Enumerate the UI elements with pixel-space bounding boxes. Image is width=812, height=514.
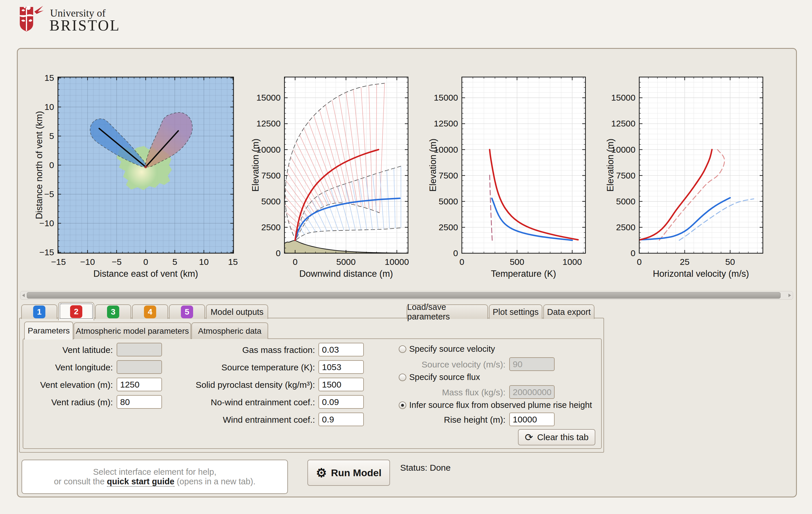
svg-text:7500: 7500 — [439, 171, 458, 180]
svg-text:5: 5 — [172, 257, 177, 267]
svg-text:15000: 15000 — [257, 93, 281, 102]
svg-text:25: 25 — [680, 257, 690, 267]
svg-text:15: 15 — [45, 73, 54, 83]
tab-4[interactable]: 4 — [132, 304, 168, 319]
svg-text:−5: −5 — [112, 257, 122, 267]
svg-text:0: 0 — [631, 248, 635, 258]
svg-text:0: 0 — [276, 248, 281, 258]
status-text: Status: Done — [400, 463, 451, 473]
svg-text:7500: 7500 — [261, 171, 281, 180]
map-plot: −15−10−5051015−15−10−5051015 Distance ea… — [36, 66, 253, 283]
vent-latitude-label: Vent latitude: — [29, 345, 113, 355]
run-model-button[interactable]: ⚙ Run Model — [308, 460, 390, 486]
vent-latitude-field[interactable] — [117, 343, 162, 356]
bristol-crest-icon — [18, 4, 44, 32]
tab-3-badge: 3 — [107, 306, 119, 318]
vent-elevation-field[interactable] — [117, 377, 162, 391]
plume-profile-xlabel: Downwind distance (m) — [299, 269, 393, 279]
quick-start-guide-link[interactable]: quick start guide — [107, 477, 174, 487]
mass-flux-field[interactable] — [509, 385, 555, 399]
svg-text:0: 0 — [453, 248, 458, 258]
scrollbar-thumb[interactable] — [27, 292, 781, 299]
svg-text:−5: −5 — [44, 189, 54, 199]
svg-text:0: 0 — [49, 160, 54, 170]
mass-flux-field-label: Mass flux (kg/s): — [417, 388, 505, 397]
scroll-left-arrow-icon[interactable] — [22, 294, 25, 297]
tab-data-export[interactable]: Data export — [543, 304, 594, 319]
rise-height-field-label: Rise height (m): — [417, 415, 505, 425]
svg-text:5000: 5000 — [439, 196, 458, 206]
plots-horizontal-scrollbar[interactable] — [20, 291, 793, 300]
svg-text:2500: 2500 — [261, 222, 281, 232]
rise-height-field[interactable] — [509, 413, 555, 426]
svg-text:12500: 12500 — [611, 119, 635, 128]
velocity-ylabel: Elevation (m) — [606, 139, 615, 192]
subtab-atmospheric-data[interactable]: Atmospheric data — [192, 323, 268, 339]
gears-icon: ⚙ — [316, 466, 327, 480]
tab-2[interactable]: 2 — [58, 302, 94, 321]
infer-source-flux-radio[interactable] — [399, 401, 406, 409]
specify-source-flux-radio[interactable] — [399, 373, 406, 381]
tab-model-outputs[interactable]: Model outputs — [206, 304, 268, 319]
clear-tab-button[interactable]: ⟳ Clear this tab — [518, 429, 595, 445]
no-wind-entrainment-field[interactable] — [318, 395, 364, 409]
svg-text:5000: 5000 — [616, 196, 635, 206]
vent-longitude-field[interactable] — [117, 360, 162, 374]
help-box: Select interface element for help, or co… — [22, 460, 288, 494]
svg-text:15000: 15000 — [611, 93, 635, 102]
tab-1[interactable]: 1 — [21, 304, 57, 319]
vent-elevation-label: Vent elevation (m): — [29, 380, 113, 390]
clear-tab-button-label: Clear this tab — [537, 432, 589, 442]
svg-text:0: 0 — [143, 257, 148, 267]
velocity-plot: 025500250050007500100001250015000 Horizo… — [606, 66, 777, 283]
svg-text:5: 5 — [49, 131, 54, 141]
main-panel: −15−10−5051015−15−10−5051015 Distance ea… — [17, 48, 797, 497]
gas-mass-fraction-label: Gas mass fraction: — [178, 345, 315, 355]
source-velocity-field-label: Source velocity (m/s): — [417, 360, 505, 369]
gas-mass-fraction-field[interactable] — [318, 343, 364, 356]
tab-3[interactable]: 3 — [95, 304, 131, 319]
svg-text:5000: 5000 — [261, 196, 281, 206]
svg-text:15: 15 — [228, 257, 238, 267]
specify-source-flux-label[interactable]: Specify source flux — [409, 372, 480, 382]
svg-text:2500: 2500 — [616, 222, 635, 232]
svg-text:−10: −10 — [80, 257, 95, 267]
velocity-xlabel: Horizontal velocity (m/s) — [653, 269, 749, 279]
pyroclast-density-field[interactable] — [318, 377, 364, 391]
specify-source-velocity-label[interactable]: Specify source velocity — [409, 344, 495, 354]
tab-5[interactable]: 5 — [169, 304, 205, 319]
svg-text:10: 10 — [45, 102, 54, 112]
subtab-parameters[interactable]: Parameters — [24, 322, 73, 339]
wind-entrainment-field[interactable] — [318, 413, 364, 426]
plume-profile-ylabel: Elevation (m) — [251, 139, 261, 192]
refresh-icon: ⟳ — [525, 431, 533, 443]
tab-load-save-parameters[interactable]: Load/save parameters — [407, 304, 488, 319]
svg-text:0: 0 — [637, 257, 642, 267]
svg-text:12500: 12500 — [434, 119, 458, 128]
svg-text:500: 500 — [510, 257, 524, 267]
map-xlabel: Distance east of vent (km) — [93, 269, 198, 279]
subtab-atmospheric-model-parameters[interactable]: Atmospheric model parameters — [74, 323, 191, 339]
svg-text:5000: 5000 — [336, 257, 356, 267]
specify-source-velocity-radio[interactable] — [399, 345, 406, 353]
svg-text:50: 50 — [725, 257, 735, 267]
wind-entrainment-label: Wind entrainment coef.: — [178, 415, 315, 425]
temperature-ylabel: Elevation (m) — [428, 139, 438, 192]
svg-text:1000: 1000 — [562, 257, 582, 267]
infer-source-flux-label[interactable]: Infer source flux from observed plume ri… — [409, 400, 592, 410]
source-velocity-field[interactable] — [509, 357, 555, 371]
svg-text:12500: 12500 — [257, 119, 281, 128]
logo-line2: BRISTOL — [50, 17, 120, 34]
no-wind-entrainment-label: No-wind entrainment coef.: — [178, 397, 315, 407]
svg-text:10: 10 — [199, 257, 208, 267]
pyroclast-density-label: Solid pyroclast density (kg/m³): — [178, 380, 315, 390]
temperature-plot: 050010000250050007500100001250015000 Tem… — [428, 66, 600, 283]
tab-plot-settings[interactable]: Plot settings — [489, 304, 542, 319]
svg-text:2500: 2500 — [439, 222, 458, 232]
vent-radius-label: Vent radius (m): — [29, 397, 113, 407]
source-temperature-field[interactable] — [318, 360, 364, 374]
tab-4-badge: 4 — [144, 306, 156, 318]
svg-text:15000: 15000 — [434, 93, 458, 102]
vent-radius-field[interactable] — [117, 395, 162, 409]
scroll-right-arrow-icon[interactable] — [788, 294, 791, 297]
